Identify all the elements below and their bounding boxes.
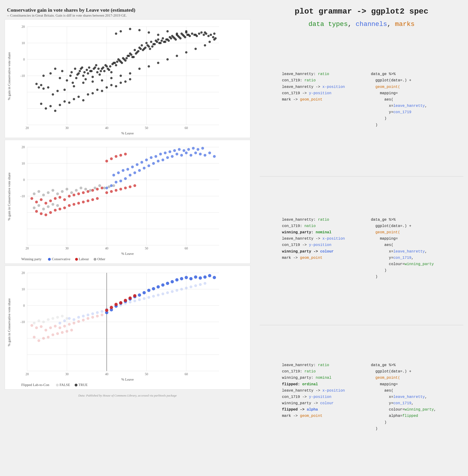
svg-point-273 xyxy=(82,191,85,194)
svg-point-435 xyxy=(199,276,202,280)
code-line: alpha=flipped xyxy=(371,413,441,419)
svg-point-119 xyxy=(77,96,80,98)
legend-flipped-label: Flipped Lab-to-Con xyxy=(21,383,49,387)
svg-point-422 xyxy=(138,294,141,297)
svg-point-291 xyxy=(63,206,66,209)
labour-dot xyxy=(75,258,78,261)
code-line: x=leave_hanretty, xyxy=(371,394,441,400)
svg-point-221 xyxy=(119,180,122,182)
svg-point-173 xyxy=(170,37,172,40)
svg-point-57 xyxy=(141,44,143,46)
chart3-wrapper: % gain in Conservative vote share xyxy=(7,268,248,377)
svg-point-355 xyxy=(82,315,85,318)
svg-point-252 xyxy=(159,153,162,155)
code-line: mapping= xyxy=(371,381,441,388)
svg-point-170 xyxy=(163,41,165,43)
svg-point-230 xyxy=(161,158,164,161)
svg-point-88 xyxy=(129,72,131,75)
svg-point-128 xyxy=(119,82,122,84)
svg-point-158 xyxy=(135,52,137,55)
svg-point-367 xyxy=(138,298,141,301)
svg-text:10: 10 xyxy=(22,288,25,291)
code-line: x=leave_hanretty, xyxy=(371,103,441,109)
svg-point-410 xyxy=(47,318,50,321)
svg-text:10: 10 xyxy=(22,162,25,165)
svg-text:40: 40 xyxy=(105,372,108,376)
svg-point-271 xyxy=(73,194,75,196)
svg-point-112 xyxy=(45,107,47,110)
svg-point-34 xyxy=(87,72,89,75)
svg-point-166 xyxy=(154,43,156,45)
svg-point-27 xyxy=(69,75,72,77)
svg-point-107 xyxy=(185,30,188,32)
chart3-plot-area: 20 10 0 -10 20 30 40 50 60 xyxy=(13,268,248,377)
code-line: ) xyxy=(371,267,441,274)
svg-text:50: 50 xyxy=(145,126,148,129)
svg-point-124 xyxy=(101,90,103,92)
svg-point-104 xyxy=(157,34,159,36)
chart2-section: % gain in Conservative vote share xyxy=(5,140,250,264)
svg-point-195 xyxy=(40,84,42,86)
svg-point-135 xyxy=(81,66,83,69)
code-line: mark -> geom_point xyxy=(282,97,357,103)
svg-point-181 xyxy=(189,35,191,37)
chart1-wrapper: % gain in Conservative vote share xyxy=(7,22,248,130)
code-line: colour=winning_party xyxy=(371,261,441,267)
svg-point-279 xyxy=(110,190,113,193)
svg-point-146 xyxy=(107,68,109,70)
svg-point-369 xyxy=(147,296,150,299)
svg-point-260 xyxy=(197,148,199,151)
svg-point-382 xyxy=(30,324,33,327)
svg-point-189 xyxy=(207,35,210,37)
svg-point-237 xyxy=(194,152,197,154)
chart2-plot-area: 20 10 0 -10 20 30 40 50 60 xyxy=(13,142,248,251)
svg-point-175 xyxy=(175,38,177,41)
svg-point-432 xyxy=(185,276,188,279)
code-section-2: leave_hanretty: ratio con_1719: natio wi… xyxy=(260,179,463,323)
svg-point-433 xyxy=(189,277,192,280)
svg-point-380 xyxy=(199,283,202,286)
svg-point-137 xyxy=(86,69,88,71)
svg-point-397 xyxy=(101,313,103,316)
svg-point-394 xyxy=(87,317,89,320)
code-line: geom_point( xyxy=(371,229,441,236)
false-label: FALSE xyxy=(60,383,70,387)
svg-text:40: 40 xyxy=(105,247,108,250)
svg-point-103 xyxy=(148,31,150,34)
divider-2 xyxy=(260,325,463,325)
svg-point-118 xyxy=(73,98,75,100)
code-line: mark -> geom_point xyxy=(282,255,357,261)
code-line: ) xyxy=(371,426,441,432)
code-line: ggplot(data=.) + xyxy=(371,368,441,375)
svg-point-429 xyxy=(171,280,174,283)
svg-point-179 xyxy=(184,36,186,38)
svg-point-259 xyxy=(192,147,195,150)
svg-point-99 xyxy=(115,32,117,35)
chart1-section: % gain in Conservative vote share xyxy=(5,19,250,138)
svg-point-136 xyxy=(83,71,86,73)
svg-point-245 xyxy=(126,168,129,171)
svg-point-262 xyxy=(30,197,33,200)
code-line: con_1719 -> y-position xyxy=(282,90,357,97)
svg-point-290 xyxy=(58,208,61,210)
svg-point-444 xyxy=(129,296,132,300)
svg-point-307 xyxy=(47,191,50,194)
chart1-header-area: Conservative gain in vote shares by Leav… xyxy=(5,5,250,19)
svg-point-24 xyxy=(59,77,61,79)
code-line: colour=winning_party, xyxy=(371,406,441,413)
svg-point-66 xyxy=(162,37,164,40)
svg-point-139 xyxy=(90,70,93,72)
code-line: flipped: ordinal xyxy=(282,381,357,388)
chart3-ylabel: % gain in Conservative vote share xyxy=(7,298,11,346)
svg-point-233 xyxy=(176,153,178,155)
legend-winning-party-label: Winning party xyxy=(21,257,42,261)
svg-point-308 xyxy=(51,189,54,192)
svg-point-395 xyxy=(91,316,94,319)
code-line: geom_point( xyxy=(371,375,441,381)
svg-point-314 xyxy=(80,187,82,189)
svg-point-105 xyxy=(166,30,169,32)
svg-point-122 xyxy=(91,92,94,95)
other-dot xyxy=(94,258,96,261)
chart2-wrapper: % gain in Conservative vote share xyxy=(7,142,248,251)
svg-text:-10: -10 xyxy=(20,74,25,78)
